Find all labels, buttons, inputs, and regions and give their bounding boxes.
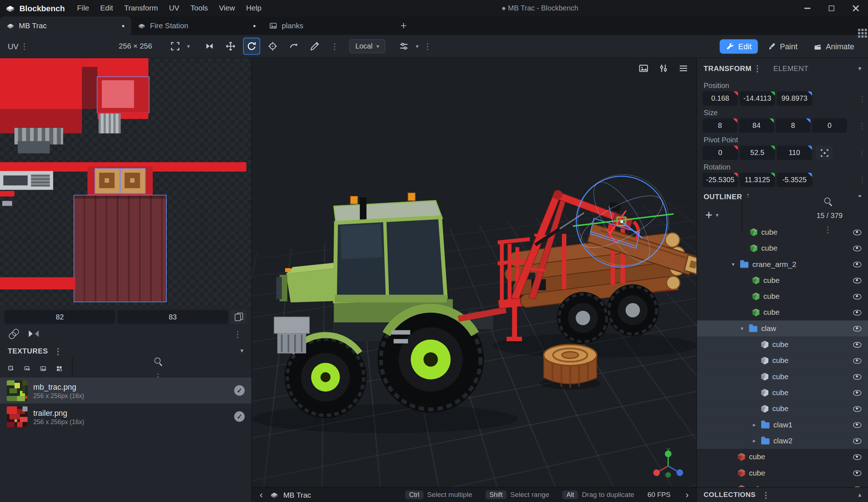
search-icon[interactable] — [823, 197, 832, 205]
tool-menu-icon[interactable]: ⋮ — [329, 42, 341, 50]
menu-tools[interactable]: Tools — [185, 0, 213, 17]
visibility-toggle-icon[interactable] — [852, 228, 862, 236]
menu-transform[interactable]: Transform — [118, 0, 163, 17]
textures-menu-icon[interactable]: ⋮ — [52, 347, 64, 355]
texture-group-icon[interactable] — [56, 364, 62, 374]
menu-edit[interactable]: Edit — [95, 0, 118, 17]
outliner-item-cube[interactable]: cube — [697, 352, 868, 368]
outliner-item-cube[interactable]: cube — [697, 304, 868, 320]
collections-menu-icon[interactable]: ⋮ — [760, 491, 772, 499]
chevron-down-icon[interactable]: ▾ — [187, 43, 190, 49]
uv-selection-box[interactable] — [97, 77, 149, 112]
visibility-toggle-icon[interactable] — [852, 421, 862, 428]
outliner-item-cube[interactable]: cube — [697, 288, 868, 304]
mirror-uv-icon[interactable] — [29, 330, 39, 338]
outliner-item-cube[interactable]: cube — [697, 449, 868, 465]
position-x-field[interactable]: 0.168 — [702, 91, 738, 106]
vertex-snap-tool[interactable] — [285, 38, 302, 55]
uv-selection-box[interactable] — [121, 169, 145, 193]
position-y-field[interactable]: -14.4113 — [740, 91, 775, 106]
texture-assigned-check-icon[interactable]: ✓ — [234, 385, 245, 396]
visibility-toggle-icon[interactable] — [852, 292, 862, 300]
mirror-modeling-button[interactable] — [395, 38, 412, 55]
row-menu-icon[interactable]: ⋮ — [859, 176, 866, 184]
toolbar-menu-icon[interactable]: ⋮ — [422, 42, 434, 50]
rotation-z-field[interactable]: -5.3525 — [777, 173, 812, 187]
visibility-toggle-icon[interactable] — [852, 324, 862, 332]
transform-menu-icon[interactable]: ⋮ — [752, 64, 764, 72]
element-tab-label[interactable]: ELEMENT — [773, 64, 809, 72]
resize-tool[interactable] — [201, 38, 218, 55]
texture-assigned-check-icon[interactable]: ✓ — [234, 411, 245, 422]
frame-view-button[interactable] — [167, 38, 184, 55]
outliner-item-cube[interactable]: cube — [697, 224, 868, 240]
visibility-toggle-icon[interactable] — [852, 276, 862, 284]
uv-selection-box[interactable] — [95, 169, 120, 193]
texture-item-trailer[interactable]: trailer.png 256 x 256px (16x) ✓ — [0, 403, 251, 430]
search-icon[interactable] — [154, 357, 162, 365]
rotation-x-field[interactable]: -25.5305 — [702, 173, 738, 187]
outliner-item-cube[interactable]: cube — [697, 385, 868, 401]
uv-toolbar-menu-icon[interactable]: ⋮ — [232, 330, 243, 338]
visibility-toggle-icon[interactable] — [852, 469, 862, 476]
focus-pivot-button[interactable] — [816, 146, 832, 160]
screenshot-button[interactable] — [638, 63, 649, 74]
outliner-item-cube[interactable]: cube — [697, 481, 868, 487]
size-y-field[interactable]: 84 — [739, 118, 774, 133]
mode-paint[interactable]: Paint — [761, 39, 804, 54]
pivot-z-field[interactable]: 110 — [777, 146, 812, 160]
size-z-field[interactable]: 8 — [776, 118, 810, 133]
outliner-group-crane-arm-2[interactable]: ▾ crane_arm_2 — [697, 256, 868, 272]
chevron-down-icon[interactable]: ▾ — [716, 212, 719, 218]
mode-edit[interactable]: Edit — [719, 39, 758, 54]
uv-x-field[interactable]: 82 — [4, 310, 115, 323]
pivot-tool[interactable] — [264, 38, 281, 55]
chevron-right-icon[interactable]: ▸ — [751, 422, 758, 427]
uv-selection-box[interactable] — [74, 195, 166, 301]
visibility-toggle-icon[interactable] — [852, 372, 862, 380]
viewport-settings-button[interactable] — [658, 63, 669, 74]
chevron-right-icon[interactable]: ▸ — [751, 438, 758, 443]
viewport-3d[interactable]: Y ‹ MB Trac Ctrl — [252, 58, 696, 502]
visibility-toggle-icon[interactable] — [852, 340, 862, 348]
chevron-down-icon[interactable]: ▾ — [241, 348, 243, 354]
transform-header[interactable]: TRANSFORM ⋮ ELEMENT ▾ — [697, 58, 868, 79]
transform-space-select[interactable]: Local ▾ — [349, 39, 385, 53]
visibility-toggle-icon[interactable] — [852, 437, 862, 444]
chevron-down-icon[interactable]: ▾ — [730, 262, 736, 267]
uv-editor-canvas[interactable] — [0, 58, 251, 308]
import-texture-icon[interactable] — [24, 364, 30, 374]
outliner-group-claw2[interactable]: ▸ claw2 — [697, 433, 868, 449]
rotate-tool[interactable] — [243, 38, 260, 55]
mode-animate[interactable]: Animate — [807, 39, 860, 54]
row-menu-icon[interactable]: ⋮ — [859, 95, 866, 103]
tab-fire-station[interactable]: Fire Station • — [131, 17, 262, 35]
row-menu-icon[interactable]: ⋮ — [859, 121, 866, 130]
uv-y-field[interactable]: 83 — [117, 310, 228, 323]
add-element-button[interactable]: ▾ — [704, 210, 719, 220]
viewport-menu-button[interactable] — [678, 63, 689, 74]
visibility-toggle-icon[interactable] — [852, 260, 862, 268]
axes-indicator[interactable]: Y — [650, 446, 687, 483]
create-texture-icon[interactable] — [8, 364, 14, 374]
collections-header[interactable]: COLLECTIONS ⋮ ▴ — [697, 487, 868, 502]
outliner-item-cube[interactable]: cube — [697, 336, 868, 352]
visibility-toggle-icon[interactable] — [852, 244, 862, 252]
size-inflate-field[interactable]: 0 — [812, 118, 847, 133]
visibility-toggle-icon[interactable] — [852, 308, 862, 316]
chevron-up-icon[interactable]: ▴ — [858, 492, 861, 497]
reference-image-icon[interactable] — [40, 364, 46, 374]
move-tool[interactable] — [222, 38, 239, 55]
menu-uv[interactable]: UV — [163, 0, 185, 17]
outliner-item-cube[interactable]: cube — [697, 369, 868, 385]
row-menu-icon[interactable]: ⋮ — [859, 148, 866, 157]
copy-button[interactable] — [230, 310, 247, 323]
chevron-down-icon[interactable]: ▾ — [858, 66, 861, 71]
texture-item-mb-trac[interactable]: mb_trac.png 256 x 256px (16x) ✓ — [0, 377, 251, 403]
outliner-item-cube[interactable]: cube — [697, 272, 868, 288]
tab-mb-trac[interactable]: MB Trac • — [0, 17, 131, 35]
close-button[interactable] — [844, 0, 868, 17]
visibility-toggle-icon[interactable] — [852, 356, 862, 364]
rotation-y-field[interactable]: 11.3125 — [740, 173, 775, 187]
pivot-y-field[interactable]: 52.5 — [740, 146, 775, 160]
